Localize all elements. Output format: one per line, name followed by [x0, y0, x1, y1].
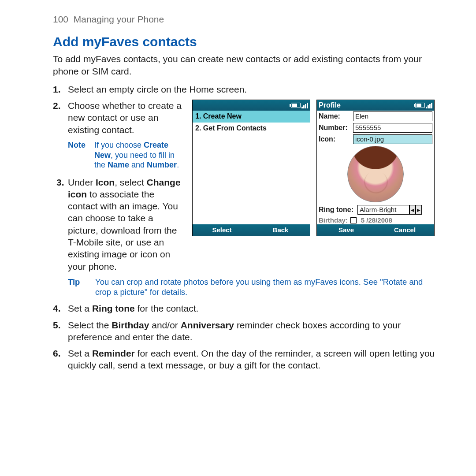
signal-icon: [426, 102, 432, 108]
softkey-bar: Save Cancel: [317, 224, 434, 236]
section-title: Add myFaves contacts: [53, 33, 439, 50]
screenshots: 1. Create New 2. Get From Contacts Selec…: [192, 100, 439, 236]
step-1: 1. Select an empty circle on the Home sc…: [64, 83, 439, 95]
screen-title: Profile: [319, 101, 341, 110]
menu-item-get-from-contacts[interactable]: 2. Get From Contacts: [193, 123, 310, 134]
arrow-right-icon[interactable]: ▶: [416, 205, 422, 215]
step-num: 5.: [53, 319, 61, 331]
page-number: 100: [53, 14, 68, 24]
label-name: Name:: [319, 112, 351, 121]
step-text: Select the Birthday and/or Anniversary r…: [68, 320, 401, 342]
tip-label: Tip: [68, 277, 86, 297]
icon-field[interactable]: icon-0.jpg: [353, 134, 432, 144]
step-text: Select an empty circle on the Home scree…: [68, 84, 247, 94]
step-text: Set a Ring tone for the contact.: [68, 303, 198, 313]
softkey-select[interactable]: Select: [193, 224, 251, 236]
avatar-icon: [347, 146, 404, 202]
phone-screen-menu: 1. Create New 2. Get From Contacts Selec…: [192, 100, 310, 236]
step-5: 5. Select the Birthday and/or Anniversar…: [64, 319, 439, 343]
softkey-save[interactable]: Save: [317, 224, 376, 236]
step-text: Set a Reminder for each event. On the da…: [68, 348, 435, 370]
label-ringtone: Ring tone:: [319, 205, 356, 215]
steps-list-cont: 4. Set a Ring tone for the contact. 5. S…: [53, 302, 439, 371]
label-icon: Icon:: [319, 135, 351, 144]
battery-icon: [415, 103, 425, 108]
tip-block: Tip You can crop and rotate photos befor…: [68, 277, 439, 297]
phone-screen-profile: Profile Name: Elen Number:: [316, 100, 435, 236]
step-num: 3.: [56, 176, 64, 188]
statusbar: Profile: [317, 100, 434, 111]
section-intro: To add myFaves contacts, you can create …: [53, 53, 439, 77]
label-number: Number:: [319, 123, 351, 133]
step-6: 6. Set a Reminder for each event. On the…: [64, 347, 439, 372]
birthday-checkbox[interactable]: [350, 217, 357, 223]
steps-list: 1. Select an empty circle on the Home sc…: [53, 83, 439, 272]
label-birthday: Birthday:: [319, 216, 348, 224]
step-num: 2.: [53, 100, 61, 112]
step-num: 6.: [53, 347, 61, 359]
chapter-title: Managing your Phone: [74, 14, 164, 24]
signal-icon: [301, 102, 308, 108]
softkey-cancel[interactable]: Cancel: [376, 224, 434, 236]
step-2: 2. Choose whether to create a new contac…: [64, 100, 439, 272]
menu-item-create-new[interactable]: 1. Create New: [193, 111, 310, 123]
statusbar: [193, 100, 310, 111]
name-field[interactable]: Elen: [353, 112, 432, 121]
softkey-back[interactable]: Back: [251, 224, 310, 236]
birthday-value: 5 /28/2008: [361, 216, 392, 224]
arrow-left-icon[interactable]: ◀: [409, 205, 416, 215]
note-block: Note If you choose Create New, you need …: [68, 140, 186, 170]
step-text: Choose whether to create a new contact o…: [68, 100, 182, 135]
step-num: 4.: [53, 302, 61, 314]
step-num: 1.: [53, 83, 61, 95]
ringtone-spinner[interactable]: Alarm-Bright ◀ ▶: [357, 205, 422, 215]
step-4: 4. Set a Ring tone for the contact.: [64, 302, 439, 314]
softkey-bar: Select Back: [193, 224, 310, 236]
avatar-preview: [319, 146, 432, 202]
number-field[interactable]: 5555555: [353, 123, 432, 133]
page-header: 100 Managing your Phone: [53, 13, 439, 25]
profile-body: Name: Elen Number: 5555555 Icon: icon-0.…: [317, 111, 434, 224]
note-text: If you choose Create New, you need to fi…: [94, 140, 186, 170]
step-text: Under Icon, select Change icon to associ…: [68, 177, 181, 271]
note-label: Note: [68, 140, 89, 170]
battery-icon: [291, 103, 301, 108]
menu-body: 1. Create New 2. Get From Contacts: [193, 111, 310, 224]
ringtone-value: Alarm-Bright: [357, 205, 409, 215]
tip-text: You can crop and rotate photos before yo…: [95, 277, 439, 297]
